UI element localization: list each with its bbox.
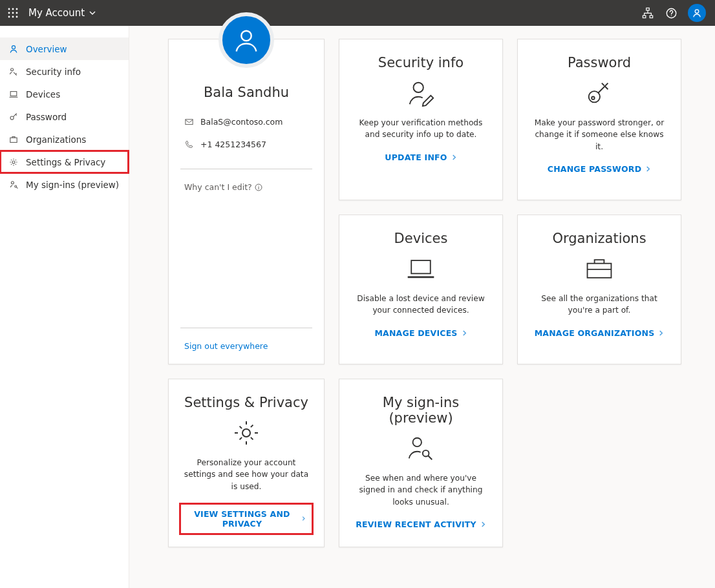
card-title: My sign-ins (preview) [351, 395, 491, 426]
why-cant-i-edit[interactable]: Why can't I edit? [180, 182, 312, 192]
svg-point-15 [12, 45, 15, 48]
svg-point-29 [592, 96, 594, 99]
page-title: My Account [28, 7, 85, 19]
svg-point-2 [16, 8, 18, 10]
devices-card: Devices Disable a lost device and review… [339, 215, 503, 364]
chevron-right-icon [451, 154, 457, 160]
svg-point-14 [695, 10, 699, 14]
profile-name: Bala Sandhu [180, 85, 312, 100]
svg-point-8 [16, 16, 18, 18]
svg-rect-30 [411, 260, 431, 273]
sidebar-item-password[interactable]: Password [0, 105, 129, 128]
card-desc: See when and where you've signed in and … [351, 472, 491, 508]
sidebar-item-label: Devices [26, 89, 60, 100]
card-desc: Make your password stronger, or change i… [529, 117, 669, 152]
view-settings-privacy-action[interactable]: VIEW SETTINGS AND PRIVACY [180, 504, 312, 534]
laptop-icon [8, 89, 19, 100]
profile-avatar [219, 12, 274, 68]
sidebar-item-organizations[interactable]: Organizations [0, 128, 129, 151]
svg-rect-17 [10, 91, 17, 96]
svg-rect-9 [646, 8, 650, 10]
briefcase-icon [8, 134, 19, 145]
svg-rect-19 [10, 138, 17, 142]
sidebar-item-label: My sign-ins (preview) [26, 180, 119, 190]
svg-point-7 [12, 16, 14, 18]
card-desc: Disable a lost device and review your co… [351, 293, 491, 317]
chevron-right-icon [645, 166, 651, 172]
top-bar: My Account [0, 0, 715, 26]
phone-icon [184, 140, 194, 149]
sidebar-item-settings-privacy[interactable]: Settings & Privacy [0, 151, 129, 173]
review-recent-activity-action[interactable]: REVIEW RECENT ACTIVITY [356, 520, 486, 529]
svg-point-26 [258, 185, 259, 186]
sidebar-item-label: Password [26, 112, 67, 122]
chevron-right-icon [658, 330, 664, 336]
svg-point-13 [670, 15, 671, 16]
manage-organizations-action[interactable]: MANAGE ORGANIZATIONS [535, 328, 665, 338]
sitemap-icon[interactable] [641, 6, 654, 19]
svg-point-21 [11, 181, 14, 184]
svg-point-27 [414, 83, 423, 92]
settings-privacy-card: Settings & Privacy Personalize your acco… [168, 379, 325, 547]
person-icon [8, 43, 19, 55]
change-password-action[interactable]: CHANGE PASSWORD [548, 164, 651, 174]
gear-icon [231, 419, 262, 446]
svg-point-16 [11, 68, 14, 70]
sidebar-item-security[interactable]: Security info [0, 60, 129, 83]
card-title: Devices [394, 231, 448, 246]
user-avatar[interactable] [688, 4, 706, 22]
key-person-icon [8, 66, 19, 78]
svg-point-22 [15, 185, 17, 187]
card-title: Settings & Privacy [184, 395, 308, 410]
svg-point-34 [423, 450, 429, 457]
svg-point-4 [12, 12, 14, 14]
svg-rect-11 [650, 16, 653, 18]
person-edit-icon [405, 79, 436, 107]
svg-point-5 [16, 12, 18, 14]
card-title: Security info [378, 55, 464, 70]
chevron-down-icon [89, 9, 96, 17]
card-desc: Keep your verification methods and secur… [351, 117, 491, 141]
svg-point-23 [241, 31, 251, 41]
gear-icon [8, 156, 19, 168]
app-launcher-icon[interactable] [5, 5, 21, 21]
security-info-card: Security info Keep your verification met… [339, 39, 503, 200]
main-content: Bala Sandhu BalaS@contoso.com +1 4251234… [129, 26, 715, 588]
chevron-right-icon [480, 521, 486, 527]
svg-point-6 [8, 16, 10, 18]
organizations-card: Organizations See all the organizations … [517, 215, 681, 364]
svg-point-20 [12, 161, 15, 163]
divider [180, 328, 312, 328]
chevron-right-icon [301, 516, 306, 521]
person-key-icon [8, 179, 19, 191]
sidebar-item-my-signins[interactable]: My sign-ins (preview) [0, 173, 129, 196]
update-info-action[interactable]: UPDATE INFO [385, 152, 456, 162]
svg-point-32 [242, 429, 250, 437]
svg-rect-31 [588, 264, 612, 278]
key-icon [8, 111, 19, 123]
sidebar-item-devices[interactable]: Devices [0, 83, 129, 105]
profile-phone: +1 4251234567 [200, 140, 266, 149]
card-title: Organizations [552, 231, 646, 246]
svg-point-33 [413, 438, 422, 446]
sidebar-item-overview[interactable]: Overview [0, 37, 129, 60]
profile-email: BalaS@contoso.com [200, 117, 283, 127]
person-key-icon [405, 435, 436, 462]
mail-icon [184, 117, 194, 127]
laptop-icon [405, 255, 436, 282]
sidebar: Overview Security info Devices Password … [0, 26, 129, 588]
profile-card: Bala Sandhu BalaS@contoso.com +1 4251234… [168, 39, 325, 364]
help-icon[interactable] [665, 6, 678, 19]
svg-point-1 [12, 8, 14, 10]
manage-devices-action[interactable]: MANAGE DEVICES [374, 328, 467, 338]
briefcase-icon [584, 255, 615, 282]
sign-out-everywhere[interactable]: Sign out everywhere [180, 341, 312, 351]
svg-point-18 [10, 116, 14, 120]
profile-phone-line: +1 4251234567 [180, 140, 312, 149]
my-signins-card: My sign-ins (preview) See when and where… [339, 379, 503, 547]
chevron-right-icon [462, 330, 467, 336]
page-title-dropdown[interactable]: My Account [28, 7, 96, 19]
sidebar-item-label: Organizations [26, 134, 86, 145]
card-desc: Personalize your account settings and se… [180, 457, 312, 492]
svg-point-3 [8, 12, 10, 14]
